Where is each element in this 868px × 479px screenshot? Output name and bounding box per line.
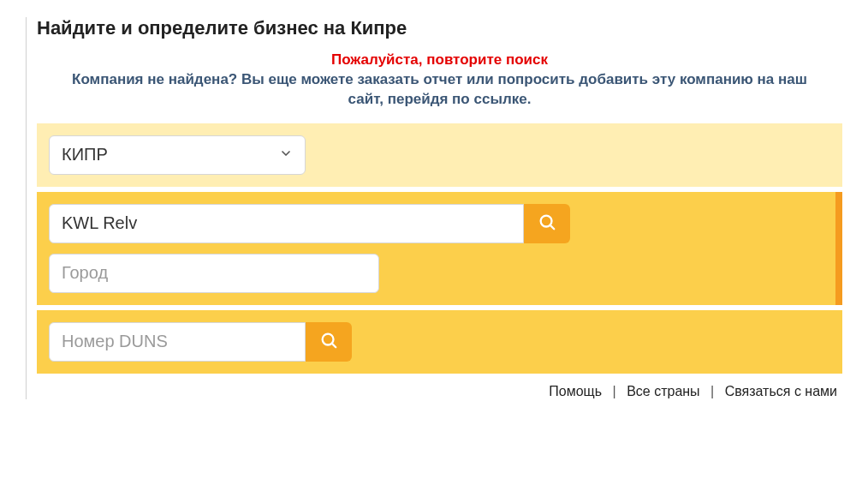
not-found-message[interactable]: Компания не найдена? Вы еще можете заказ… xyxy=(37,70,842,110)
duns-search-block xyxy=(37,310,842,374)
search-icon xyxy=(319,331,338,352)
country-row: КИПР xyxy=(37,123,842,187)
city-input[interactable] xyxy=(49,254,379,293)
contact-link[interactable]: Связаться с нами xyxy=(725,384,837,398)
country-select[interactable]: КИПР xyxy=(49,135,306,175)
separator: | xyxy=(710,384,714,398)
duns-input[interactable] xyxy=(49,322,306,362)
search-icon xyxy=(538,213,556,234)
all-countries-link[interactable]: Все страны xyxy=(627,384,699,398)
svg-line-1 xyxy=(550,225,554,229)
company-name-input[interactable] xyxy=(49,204,524,243)
page-title: Найдите и определите бизнес на Кипре xyxy=(37,17,842,39)
svg-line-3 xyxy=(332,344,336,347)
separator: | xyxy=(613,384,616,398)
company-search-block xyxy=(37,192,842,305)
chevron-down-icon xyxy=(279,147,293,164)
error-message: Пожалуйста, повторите поиск xyxy=(37,51,842,69)
country-selected-label: КИПР xyxy=(62,145,108,165)
duns-search-button[interactable] xyxy=(306,322,352,362)
help-link[interactable]: Помощь xyxy=(549,384,602,398)
footer-links: Помощь | Все страны | Связаться с нами xyxy=(37,379,842,399)
company-search-button[interactable] xyxy=(524,204,570,243)
